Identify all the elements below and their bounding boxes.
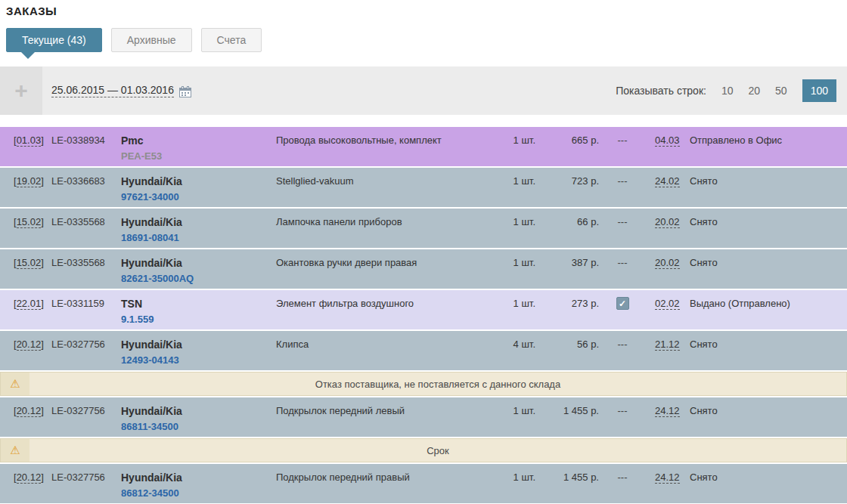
order-row[interactable]: [15.02] LE-0335568 Hyundai/Kia 18691-080… xyxy=(0,209,847,248)
orders-table: [01.03] LE-0338934 Pmc PEA-E53 Провода в… xyxy=(0,127,847,503)
order-row[interactable]: [19.02] LE-0336683 Hyundai/Kia 97621-340… xyxy=(0,168,847,207)
active-tab-arrow-icon xyxy=(21,52,35,59)
order-row[interactable]: [15.02] LE-0335568 Hyundai/Kia 82621-350… xyxy=(0,249,847,289)
order-row[interactable]: [01.03] LE-0338934 Pmc PEA-E53 Провода в… xyxy=(0,127,847,166)
bracket-close: ] xyxy=(41,298,44,309)
order-date-link[interactable]: 15.02 xyxy=(17,216,42,228)
ship-date-link[interactable]: 24.12 xyxy=(655,472,680,484)
quantity: 1 шт. xyxy=(499,216,535,248)
warning-icon-cell: ⚠ xyxy=(1,373,29,395)
bracket-close: ] xyxy=(41,175,44,187)
bracket-close: ] xyxy=(41,405,44,416)
order-date-link[interactable]: 20.12 xyxy=(17,405,42,417)
ship-date-link[interactable]: 04.03 xyxy=(655,135,680,147)
rows-option-50[interactable]: 50 xyxy=(775,85,787,97)
price: 387 р. xyxy=(535,257,599,289)
warning-icon-cell: ⚠ xyxy=(1,439,29,462)
order-date-link[interactable]: 15.02 xyxy=(17,257,42,269)
order-number: LE-0327756 xyxy=(51,472,121,503)
add-order-button[interactable]: + xyxy=(0,66,42,115)
article-number-link[interactable]: 12493-04143 xyxy=(121,354,276,366)
delivery-flag: --- xyxy=(599,257,646,289)
article-number-link[interactable]: 86811-34500 xyxy=(121,421,276,432)
rows-per-page-label: Показывать строк: xyxy=(616,85,706,97)
quantity: 4 шт. xyxy=(499,339,535,370)
warning-icon: ⚠ xyxy=(10,377,20,391)
article-number-link[interactable]: PEA-E53 xyxy=(121,150,276,162)
brand-name: Hyundai/Kia xyxy=(121,216,276,228)
status-text: Снято xyxy=(690,257,839,289)
article-number-link[interactable]: 18691-08041 xyxy=(121,232,276,243)
status-text: Снято xyxy=(690,472,839,503)
order-date-link[interactable]: 19.02 xyxy=(17,175,42,187)
price: 1 455 р. xyxy=(535,405,599,437)
brand-article-cell: TSN 9.1.559 xyxy=(121,298,276,329)
quantity: 1 шт. xyxy=(499,472,535,503)
delivery-flag: --- xyxy=(599,135,646,166)
ship-date-link[interactable]: 24.12 xyxy=(655,405,680,417)
brand-article-cell: Hyundai/Kia 12493-04143 xyxy=(121,339,276,370)
brand-article-cell: Pmc PEA-E53 xyxy=(121,135,276,166)
delivery-flag: --- xyxy=(599,175,646,207)
tab-archive-orders[interactable]: Архивные xyxy=(111,28,192,52)
price: 66 р. xyxy=(535,216,599,248)
order-row[interactable]: [20.12] LE-0327756 Hyundai/Kia 86811-345… xyxy=(0,397,847,437)
checkmark-icon: ✓ xyxy=(619,298,626,309)
rows-option-10[interactable]: 10 xyxy=(721,85,734,97)
part-description: Подкрылок передний левый xyxy=(276,405,499,437)
warning-icon: ⚠ xyxy=(10,444,20,457)
ship-date-link[interactable]: 20.02 xyxy=(655,216,680,228)
brand-article-cell: Hyundai/Kia 86811-34500 xyxy=(121,405,276,437)
calendar-icon[interactable] xyxy=(179,86,191,97)
ship-date-cell: 04.03 xyxy=(646,135,690,166)
delivery-flag: --- xyxy=(599,216,646,248)
tab-invoices[interactable]: Счета xyxy=(201,28,262,52)
rows-option-20[interactable]: 20 xyxy=(748,85,760,97)
ship-date-cell: 24.12 xyxy=(646,472,690,503)
ship-date-link[interactable]: 20.02 xyxy=(655,257,680,269)
date-range-filter[interactable]: 25.06.2015 — 01.03.2016 xyxy=(51,84,191,97)
order-number: LE-0335568 xyxy=(51,257,121,289)
order-date-link[interactable]: 01.03 xyxy=(17,135,42,147)
warning-row: ⚠ Срок xyxy=(0,438,847,462)
rows-option-100[interactable]: 100 xyxy=(802,79,836,102)
delivery-flag: --- xyxy=(599,472,646,503)
part-description: Элемент фильтра воздушного xyxy=(276,298,499,329)
article-number-link[interactable]: 86812-34500 xyxy=(121,487,276,499)
part-description: Лампочка панели приборов xyxy=(276,216,499,248)
article-number-link[interactable]: 97621-34000 xyxy=(121,191,276,203)
brand-name: TSN xyxy=(121,298,276,310)
status-text: Отправлено в Офис xyxy=(690,135,839,166)
tab-current-orders[interactable]: Текущие (43) xyxy=(6,28,102,52)
price: 1 455 р. xyxy=(535,472,599,503)
order-number: LE-0331159 xyxy=(51,298,121,329)
quantity: 1 шт. xyxy=(499,257,535,289)
date-range-text[interactable]: 25.06.2015 — 01.03.2016 xyxy=(51,84,174,97)
order-date-cell: [15.02] xyxy=(14,216,51,248)
order-date-cell: [15.02] xyxy=(14,257,51,289)
ship-date-cell: 21.12 xyxy=(646,339,690,370)
plus-icon: + xyxy=(14,78,28,104)
order-date-link[interactable]: 20.12 xyxy=(17,472,42,484)
order-date-link[interactable]: 22.01 xyxy=(17,298,42,310)
order-row[interactable]: [20.12] LE-0327756 Hyundai/Kia 12493-041… xyxy=(0,331,847,370)
bracket-close: ] xyxy=(41,472,44,483)
order-number: LE-0327756 xyxy=(51,339,121,370)
ship-date-link[interactable]: 21.12 xyxy=(655,339,680,351)
order-row[interactable]: [20.12] LE-0327756 Hyundai/Kia 86812-345… xyxy=(0,464,847,503)
order-number: LE-0336683 xyxy=(51,175,121,207)
ship-date-cell: 20.02 xyxy=(646,216,690,248)
ship-date-link[interactable]: 24.02 xyxy=(655,175,680,187)
bracket-close: ] xyxy=(41,257,44,268)
issued-checkbox-cell: ✓ xyxy=(599,298,646,329)
order-row[interactable]: [22.01] LE-0331159 TSN 9.1.559 Элемент ф… xyxy=(0,290,847,329)
article-number-link[interactable]: 9.1.559 xyxy=(121,314,276,325)
article-number-link[interactable]: 82621-35000AQ xyxy=(121,273,276,284)
part-description: Подкрылок передний правый xyxy=(276,472,499,503)
issued-checkbox[interactable]: ✓ xyxy=(616,297,629,310)
quantity: 1 шт. xyxy=(499,135,535,166)
price: 273 р. xyxy=(535,298,599,329)
ship-date-link[interactable]: 02.02 xyxy=(655,298,680,310)
filter-bar: + 25.06.2015 — 01.03.2016 Показывать xyxy=(0,66,847,115)
order-date-link[interactable]: 20.12 xyxy=(17,339,42,351)
